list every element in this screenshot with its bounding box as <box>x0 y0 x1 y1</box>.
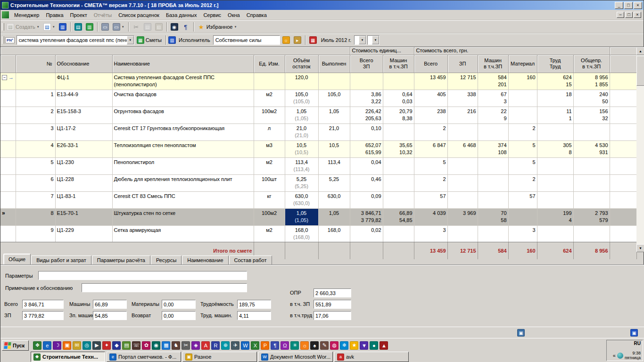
cell-obshch[interactable]: 4 530 931 <box>573 140 610 157</box>
grid-row[interactable]: 7Ц1-83-1Ceresit СТ 83 Смесь ППСкг630,0(6… <box>0 191 636 208</box>
cell-mach[interactable] <box>478 225 508 242</box>
cell-done[interactable]: 1,05 <box>318 208 350 225</box>
cell-total[interactable]: 2 <box>414 123 447 140</box>
taskbar-window-button[interactable]: aavk <box>334 352 409 362</box>
restore-button[interactable]: □ <box>624 2 633 9</box>
cell-trud[interactable] <box>537 174 573 191</box>
print-preview-button[interactable]: ▭▼ <box>111 22 126 32</box>
cell-code[interactable]: Е15-158-3 <box>55 107 112 123</box>
language-indicator[interactable]: RU <box>634 341 641 346</box>
menu-item[interactable]: Справка <box>243 11 270 19</box>
cell-num[interactable]: 4 <box>16 140 55 157</box>
cell-unit_mach[interactable] <box>383 73 414 90</box>
cell-done[interactable]: 113,4 <box>318 157 350 174</box>
mdi-restore-button[interactable]: □ <box>625 12 633 18</box>
quicklaunch-icon[interactable]: ¶ <box>271 341 279 350</box>
calendar-button[interactable]: ▦ <box>308 35 318 45</box>
cell-name[interactable]: Система утепления фасадов Ceresit ППС (п… <box>112 73 254 90</box>
formatting-marks-button[interactable]: ¶ <box>181 22 191 32</box>
taskbar-window-button[interactable]: ▣Разное <box>182 352 257 362</box>
cell-volume[interactable]: 113,4(113,4) <box>285 157 318 174</box>
executor-input[interactable] <box>213 35 280 45</box>
cell-obshch[interactable] <box>573 123 610 140</box>
quicklaunch-icon[interactable]: ✉ <box>73 341 81 350</box>
cell-zp[interactable] <box>447 157 478 174</box>
cell-trud[interactable]: 18 <box>537 90 573 107</box>
tab-1[interactable]: Виды работ и затрат <box>31 255 91 264</box>
quicklaunch-icon[interactable]: ☽ <box>53 341 61 350</box>
cell-unit_total[interactable]: 0,09 <box>350 191 383 208</box>
quicklaunch-icon[interactable]: ▲ <box>380 341 388 350</box>
quicklaunch-icon[interactable]: ▣ <box>63 341 71 350</box>
favorites-button[interactable]: ★Избранное▼ <box>196 22 239 32</box>
cell-code[interactable]: Ц1-228 <box>55 174 112 191</box>
field-machines-input[interactable] <box>93 300 127 309</box>
grid-row[interactable]: 9Ц1-229Сетка армирующаям2168,0(168,0)168… <box>0 225 636 242</box>
cell-total[interactable]: 2 <box>414 174 447 191</box>
cell-name[interactable]: Ceresit СТ 83 Смесь ППС <box>112 191 254 208</box>
cell-volume[interactable]: 10,5(10,5) <box>285 140 318 157</box>
quicklaunch-icon[interactable]: ◆ <box>112 341 121 350</box>
quicklaunch-icon[interactable]: e <box>43 341 51 350</box>
quicklaunch-icon[interactable]: ✂ <box>182 341 190 350</box>
cell-volume[interactable]: 21,0(21,0) <box>285 123 318 140</box>
cell-done[interactable]: 10,5 <box>318 140 350 157</box>
quicklaunch-icon[interactable]: ★ <box>350 341 358 350</box>
cell-mach[interactable] <box>478 191 508 208</box>
cell-unit_total[interactable]: 3 846,71 3 779,82 <box>350 208 383 225</box>
menu-item[interactable]: Список расценок <box>115 11 163 19</box>
period-to-select[interactable]: ▼ <box>367 35 380 45</box>
cell-volume[interactable]: 1,05(1,05) <box>285 208 318 225</box>
cell-volume[interactable]: 630,0(630,0) <box>285 191 318 208</box>
grid-row[interactable]: 3Ц1-17-2Ceresit СТ 17 Грунтовка глубокоп… <box>0 123 636 140</box>
cell-trud[interactable] <box>537 191 573 208</box>
cell-obshch[interactable] <box>573 174 610 191</box>
taskbar-window-button[interactable]: ❖Строительные Техн... <box>31 352 105 362</box>
cell-obshch[interactable] <box>573 157 610 174</box>
cell-material[interactable]: 5 <box>508 157 537 174</box>
cell-unit_mach[interactable] <box>383 174 414 191</box>
cell-done[interactable]: 630,0 <box>318 191 350 208</box>
cell-num[interactable]: 7 <box>16 191 55 208</box>
column-header-material[interactable]: Материал <box>508 55 537 73</box>
cell-obshch[interactable]: 2 793 579 <box>573 208 610 225</box>
cell-unit[interactable]: 100шт <box>254 174 285 191</box>
parametry-input[interactable] <box>38 271 247 280</box>
quicklaunch-icon[interactable]: ♠ <box>310 341 319 350</box>
quicklaunch-icon[interactable]: ◈ <box>191 341 200 350</box>
scroll-thumb[interactable] <box>636 56 644 86</box>
cell-name[interactable]: Пенополистирол <box>112 157 254 174</box>
quicklaunch-icon[interactable]: ☏ <box>132 341 140 350</box>
find-button[interactable]: ◉ <box>169 22 180 32</box>
quicklaunch-icon[interactable]: W <box>241 341 249 350</box>
tab-0[interactable]: Общие <box>3 254 31 264</box>
taskbar-window-button[interactable]: eПортал сметчиков. - Ф... <box>107 352 181 362</box>
cell-code[interactable]: Е15-70-1 <box>55 208 112 225</box>
cell-unit[interactable]: м2 <box>254 225 285 242</box>
cell-material[interactable]: 3 <box>508 225 537 242</box>
collapse-icon[interactable]: − <box>2 75 7 80</box>
cell-unit_total[interactable]: 0,02 <box>350 225 383 242</box>
quicklaunch-icon[interactable]: ✿ <box>142 341 150 350</box>
quicklaunch-icon[interactable]: ❖ <box>33 341 41 350</box>
column-header-mach[interactable]: Машин в т.ч.ЗП <box>478 55 508 73</box>
field-labor-input[interactable] <box>237 300 271 309</box>
cell-volume[interactable]: 5,25(5,25) <box>285 174 318 191</box>
chart-button[interactable]: ▥ <box>84 22 95 32</box>
cell-num[interactable]: 1 <box>16 90 55 107</box>
grid-row[interactable]: 4Е26-33-1Теплоизоляция стен пенопластомм… <box>0 140 636 157</box>
cell-trud[interactable]: 199 4 <box>537 208 573 225</box>
cell-obshch[interactable]: 240 50 <box>573 90 610 107</box>
column-header-name[interactable]: Наименование <box>112 55 254 73</box>
cell-name[interactable]: Сетка армирующая <box>112 225 254 242</box>
quicklaunch-icon[interactable]: ▼ <box>360 341 368 350</box>
column-header-done[interactable]: Выполнен <box>318 55 350 73</box>
row-gutter[interactable] <box>0 191 16 208</box>
grid-row[interactable]: 6Ц1-228Дюбель для крепления теплоизоляци… <box>0 174 636 191</box>
quicklaunch-icon[interactable]: ✳ <box>290 341 299 350</box>
cell-code[interactable]: Ц1-17-2 <box>55 123 112 140</box>
cell-name[interactable]: Огрунтовка фасадов <box>112 107 254 123</box>
quicklaunch-icon[interactable]: ◍ <box>330 341 339 350</box>
cell-zp[interactable]: 6 468 <box>447 140 478 157</box>
grid-row[interactable]: 1Е13-44-9Очистка фасадовм2105,0(105,0)10… <box>0 90 636 107</box>
